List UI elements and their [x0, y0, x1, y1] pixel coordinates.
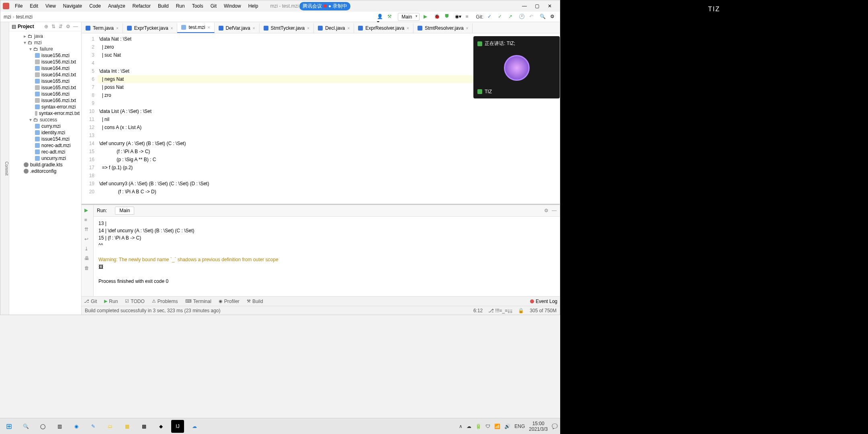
file-issue156.mzi.txt[interactable]: issue156.mzi.txt — [9, 59, 81, 65]
tray-volume-icon[interactable]: 🔊 — [504, 424, 510, 429]
git-history-icon[interactable]: 🕐 — [519, 14, 525, 20]
editor-tab-DefVar.java[interactable]: DefVar.java× — [215, 23, 260, 33]
stop-run-button[interactable]: ■ — [84, 217, 91, 223]
hammer-icon[interactable]: ⚒ — [387, 14, 394, 20]
ime-indicator[interactable]: ENG — [514, 424, 525, 429]
file-identity.mzi[interactable]: identity.mzi — [9, 129, 81, 136]
bottom-tab-terminal[interactable]: ⌨Terminal — [185, 299, 211, 304]
tencent-meeting-icon[interactable]: ☁ — [188, 420, 201, 433]
file-rec-adt.mzi[interactable]: rec-adt.mzi — [9, 149, 81, 155]
search-button[interactable]: 🔍 — [19, 420, 32, 433]
close-tab-icon[interactable]: × — [171, 26, 173, 31]
menu-view[interactable]: View — [42, 2, 59, 10]
start-button[interactable]: ⊞ — [2, 420, 15, 433]
file-uncurry.mzi[interactable]: uncurry.mzi — [9, 155, 81, 162]
run-settings-icon[interactable]: ⚙ — [544, 208, 549, 213]
run-tab-main[interactable]: Main — [115, 207, 134, 215]
print-icon[interactable]: 🖶 — [84, 256, 91, 262]
git-commit-icon[interactable]: ✓ — [498, 14, 504, 20]
crumb-file[interactable]: test.mzi — [16, 14, 33, 20]
tray-onedrive-icon[interactable]: ☁ — [467, 424, 471, 429]
menu-build[interactable]: Build — [155, 2, 172, 10]
menu-git[interactable]: Git — [207, 2, 220, 10]
tray-battery-icon[interactable]: 🔋 — [475, 424, 481, 429]
editor-tab-ExprTycker.java[interactable]: ExprTycker.java× — [123, 23, 178, 33]
search-everywhere-icon[interactable]: 🔍 — [540, 14, 546, 20]
bottom-tab-problems[interactable]: ⚠Problems — [152, 299, 178, 304]
run-button[interactable]: ▶ — [424, 14, 430, 20]
menu-analyze[interactable]: Analyze — [105, 2, 129, 10]
intellij-icon[interactable]: IJ — [171, 420, 184, 433]
notification-center-icon[interactable]: 💬 — [552, 424, 558, 429]
file-issue166.mzi.txt[interactable]: issue166.mzi.txt — [9, 97, 81, 104]
maximize-button[interactable]: ▢ — [535, 3, 540, 9]
hide-panel-icon[interactable]: — — [73, 24, 79, 29]
folder-mzi[interactable]: 🗀 mzi — [9, 39, 81, 46]
file-curry.mzi[interactable]: curry.mzi — [9, 123, 81, 129]
close-tab-icon[interactable]: × — [253, 26, 255, 31]
file-issue156.mzi[interactable]: issue156.mzi — [9, 52, 81, 59]
menu-navigate[interactable]: Navigate — [60, 2, 85, 10]
file-issue165.mzi[interactable]: issue165.mzi — [9, 78, 81, 84]
file-explorer-icon[interactable]: 🗂 — [104, 420, 117, 433]
file-issue164.mzi[interactable]: issue164.mzi — [9, 65, 81, 72]
close-tab-icon[interactable]: × — [307, 26, 309, 31]
rerun-button[interactable]: ▶ — [84, 207, 91, 214]
git-update-icon[interactable]: ✓ — [487, 14, 494, 20]
file-.editorconfig[interactable]: .editorconfig — [9, 168, 81, 174]
git-branch[interactable]: ⎇ !!!=_=¡¡¡ — [488, 308, 512, 313]
coverage-button[interactable]: ⛊ — [444, 14, 451, 20]
panel-settings-icon[interactable]: ⚙ — [66, 24, 72, 29]
bottom-tab-build[interactable]: ⚒Build — [247, 299, 263, 304]
user-dropdown-icon[interactable]: 👤▾ — [377, 14, 383, 20]
bottom-tab-run[interactable]: ▶Run — [104, 299, 118, 304]
file-build.gradle.kts[interactable]: build.gradle.kts — [9, 162, 81, 168]
close-tab-icon[interactable]: × — [348, 26, 350, 31]
taskbar-app-1[interactable]: ▥ — [53, 420, 66, 433]
editor-tab-StmtTycker.java[interactable]: StmtTycker.java× — [260, 23, 314, 33]
menu-window[interactable]: Window — [221, 2, 244, 10]
expand-all-icon[interactable]: ⇅ — [51, 24, 57, 29]
debug-button[interactable]: 🐞 — [434, 14, 440, 20]
menu-help[interactable]: Help — [245, 2, 262, 10]
event-log-button[interactable]: Event Log — [530, 299, 557, 304]
editor-tab-Decl.java[interactable]: Decl.java× — [314, 23, 354, 33]
file-syntax-error.mzi.txt[interactable]: syntax-error.mzi.txt — [9, 110, 81, 117]
stop-button[interactable]: ■ — [465, 14, 472, 20]
editor-tab-Term.java[interactable]: Term.java× — [82, 23, 123, 33]
editor-tab-test.mzi[interactable]: test.mzi× — [177, 23, 214, 33]
project-tree[interactable]: 🗀 java🗀 mzi🗀 failure issue156.mzi issue1… — [9, 31, 81, 315]
close-tab-icon[interactable]: × — [466, 26, 469, 31]
folder-failure[interactable]: 🗀 failure — [9, 46, 81, 52]
recording-badge[interactable]: 腾讯会议 ● 录制中 — [299, 2, 350, 10]
file-issue165.mzi.txt[interactable]: issue165.mzi.txt — [9, 84, 81, 91]
taskbar-app-3[interactable]: ▦ — [121, 420, 133, 433]
file-issue166.mzi[interactable]: issue166.mzi — [9, 91, 81, 97]
clock[interactable]: 15:00 2021/3/3 — [529, 421, 548, 432]
crumb-root[interactable]: mzi — [4, 14, 11, 20]
commit-tool-button[interactable]: Commit — [4, 162, 9, 175]
file-norec-adt.mzi[interactable]: norec-adt.mzi — [9, 142, 81, 149]
collapse-all-icon[interactable]: ⇵ — [59, 24, 64, 29]
taskbar-app-2[interactable]: ✎ — [87, 420, 100, 433]
menu-tools[interactable]: Tools — [189, 2, 207, 10]
menu-code[interactable]: Code — [86, 2, 104, 10]
menu-run[interactable]: Run — [173, 2, 188, 10]
up-stack-icon[interactable]: ⇈ — [84, 227, 91, 233]
git-push-icon[interactable]: ↗ — [508, 14, 515, 20]
file-issue164.mzi.txt[interactable]: issue164.mzi.txt — [9, 72, 81, 78]
close-button[interactable]: ✕ — [548, 3, 553, 9]
bottom-tab-git[interactable]: ⎇Git — [84, 299, 97, 304]
settings-icon[interactable]: ⚙ — [550, 14, 557, 20]
run-config-selector[interactable]: Main — [398, 13, 420, 21]
run-console[interactable]: 13 | 14 | \def uncurry (A : \Set) (B : \… — [94, 217, 560, 296]
memory-indicator[interactable]: 305 of 750M — [530, 308, 557, 313]
taskbar-app-4[interactable]: ▩ — [137, 420, 150, 433]
menu-refactor[interactable]: Refactor — [129, 2, 154, 10]
scroll-to-end-icon[interactable]: ⤓ — [84, 246, 91, 252]
menu-file[interactable]: File — [12, 2, 26, 10]
file-syntax-error.mzi[interactable]: syntax-error.mzi — [9, 104, 81, 110]
tray-security-icon[interactable]: 🛡 — [485, 424, 490, 429]
revert-icon[interactable]: ↶ — [529, 14, 536, 20]
close-tab-icon[interactable]: × — [116, 26, 119, 31]
